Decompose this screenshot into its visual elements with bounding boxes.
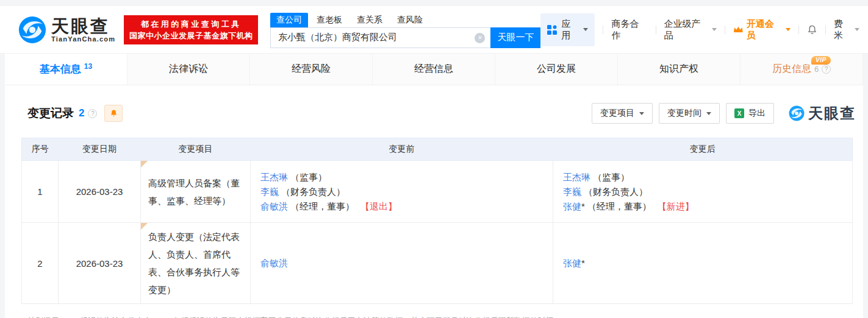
tab-basic-count: 13 — [84, 62, 92, 71]
search-tab-boss[interactable]: 查老板 — [310, 13, 348, 27]
col-header-date: 变更日期 — [59, 138, 141, 161]
crown-icon — [733, 26, 744, 34]
nav-open-vip[interactable]: 开通会员 — [733, 18, 791, 41]
search-box: ✕ — [270, 27, 490, 48]
nav-divider — [603, 26, 603, 34]
chevron-down-icon — [786, 28, 791, 34]
nav-divider — [798, 26, 799, 34]
promo-line2: 国家中小企业发展子基金旗下机构 — [129, 30, 253, 41]
search-tab-company[interactable]: 查公司 — [270, 13, 308, 27]
chevron-down-icon — [855, 28, 859, 34]
section-header: 变更记录 2 ? 变更项目 变更时间 — [5, 85, 856, 127]
vip-badge: VIP — [811, 56, 831, 65]
search-module: 查公司 查老板 查关系 查风险 ✕ 天眼一下 — [270, 12, 540, 48]
special-note: 特别提示：“ * ”标识的为法定代表人。“ ”角标标识的为天眼查根据官网公示信息… — [27, 316, 863, 318]
tianyancha-logo[interactable]: 天眼查 TianYanCha.com — [18, 16, 115, 44]
apps-grid-icon — [547, 25, 557, 35]
apps-label: 应用 — [561, 18, 579, 41]
filter-change-time-dropdown[interactable]: 变更时间 — [659, 103, 720, 124]
special-note-part2: ”角标标识的为天眼查根据官网公示信息对比分析后平台计算的数据，其变更日期是对比分… — [170, 316, 561, 318]
excel-icon: X — [734, 108, 744, 118]
brand-watermark-text: 天眼查 — [808, 104, 856, 123]
person-line: 李巍（财务负责人） — [260, 185, 543, 199]
person-link[interactable]: 李巍 — [563, 186, 581, 197]
search-submit-button[interactable]: 天眼一下 — [490, 27, 540, 48]
row1-after-cell: 王杰琳（监事） 李巍（财务负责人） 张健*（经理，董事）【新进】 — [553, 161, 853, 223]
export-label: 导出 — [748, 108, 766, 119]
tab-business-info[interactable]: 经营信息 — [373, 54, 495, 85]
legal-rep-star: * — [581, 201, 585, 211]
person-link[interactable]: 俞敏洪 — [260, 258, 288, 268]
row1-change-item-text: 高级管理人员备案（董事、监事、经理等） — [148, 178, 240, 206]
row1-no: 1 — [22, 161, 59, 223]
clear-icon[interactable]: ✕ — [475, 33, 485, 43]
person-line: 张健*（经理，董事）【新进】 — [563, 199, 842, 214]
section-title: 变更记录 — [27, 105, 74, 121]
company-section-tabs: 基本信息 13 法律诉讼 经营风险 经营信息 公司发展 知识产权 历史信息 6 … — [5, 54, 863, 85]
nav-business-coop[interactable]: 商务合作 — [611, 18, 647, 41]
tab-basic-info[interactable]: 基本信息 13 — [5, 54, 127, 85]
tianyancha-change-records-page: 天眼查 TianYanCha.com 都在用的商业查询工具 国家中小企业发展子基… — [0, 0, 868, 318]
header-nav: 应用 商务合作 企业级产品 开通会员 — [540, 13, 859, 46]
user-menu[interactable]: 费米 — [834, 18, 859, 41]
search-tab-relation[interactable]: 查关系 — [351, 13, 389, 27]
notifications-bell-button[interactable] — [807, 24, 817, 35]
section-count: 2 — [79, 107, 84, 119]
tab-legal[interactable]: 法律诉讼 — [127, 54, 250, 85]
search-tab-risk[interactable]: 查风险 — [391, 13, 429, 27]
nav-enterprise-products[interactable]: 企业级产品 — [664, 18, 717, 41]
search-row: ✕ 天眼一下 — [270, 27, 540, 48]
tianyancha-logo-icon — [789, 105, 805, 121]
person-role: （财务负责人） — [584, 186, 648, 197]
person-role: （监事） — [593, 172, 629, 182]
person-link[interactable]: 俞敏洪 — [260, 201, 288, 211]
chevron-down-icon — [639, 112, 644, 118]
person-role: （财务负责人） — [281, 186, 345, 197]
row1-change-item: 高级管理人员备案（董事、监事、经理等） — [141, 161, 251, 223]
question-circle-icon[interactable]: ? — [88, 109, 97, 118]
page-top-gutter — [0, 0, 868, 6]
col-header-item: 变更项目 — [141, 138, 251, 161]
section-actions: 变更项目 变更时间 X 导出 — [592, 103, 856, 124]
person-link[interactable]: 王杰琳 — [260, 172, 288, 182]
logo-domain: TianYanCha.com — [51, 35, 115, 43]
search-tabs: 查公司 查老板 查关系 查风险 — [270, 12, 540, 27]
status-badge-new: 【新进】 — [658, 201, 694, 211]
change-records-table: 序号 变更日期 变更项目 变更前 变更后 1 2026-03-23 高级管理人员… — [21, 138, 853, 304]
person-link[interactable]: 王杰琳 — [563, 172, 590, 182]
row1-date: 2026-03-23 — [59, 161, 141, 223]
tab-history-count: 6 — [814, 65, 819, 74]
subscribe-bell-button[interactable] — [104, 105, 123, 122]
bell-icon — [807, 24, 817, 35]
tab-company-development[interactable]: 公司发展 — [495, 54, 618, 85]
apps-menu-button[interactable]: 应用 — [540, 13, 595, 46]
row2-after-cell: 张健* — [553, 223, 853, 304]
export-button[interactable]: X 导出 — [726, 103, 774, 124]
special-note-part1: 特别提示：“ * ”标识的为法定代表人。“ — [27, 316, 162, 318]
search-input[interactable] — [271, 28, 490, 48]
bell-icon — [110, 109, 118, 118]
col-header-no: 序号 — [22, 138, 59, 161]
filter-change-item-dropdown[interactable]: 变更项目 — [592, 103, 653, 124]
tianyancha-logo-icon — [18, 16, 46, 44]
col-header-after: 变更后 — [553, 138, 853, 161]
person-line: 李巍（财务负责人） — [563, 185, 842, 199]
col-header-before: 变更前 — [251, 138, 553, 161]
tab-intellectual-property[interactable]: 知识产权 — [618, 54, 741, 85]
tab-history-label: 历史信息 — [772, 63, 811, 76]
filter-change-item-label: 变更项目 — [600, 108, 634, 119]
filter-change-time-label: 变更时间 — [667, 108, 701, 119]
tab-history-info[interactable]: 历史信息 6 ? VIP — [741, 54, 863, 85]
logo-text: 天眼查 TianYanCha.com — [51, 17, 115, 43]
table-header-row: 序号 变更日期 变更项目 变更前 变更后 — [22, 138, 853, 161]
open-vip-label: 开通会员 — [747, 18, 783, 41]
person-link[interactable]: 张健 — [563, 258, 581, 268]
person-link[interactable]: 李巍 — [260, 186, 279, 197]
promo-banner: 都在用的商业查询工具 国家中小企业发展子基金旗下机构 — [124, 15, 258, 44]
tab-business-risk[interactable]: 经营风险 — [250, 54, 373, 85]
question-circle-icon[interactable]: ? — [822, 65, 831, 74]
person-role: （监事） — [290, 172, 327, 182]
person-role: （经理，董事） — [587, 201, 651, 211]
person-link[interactable]: 张健 — [563, 201, 581, 211]
status-badge-exit: 【退出】 — [360, 201, 397, 211]
